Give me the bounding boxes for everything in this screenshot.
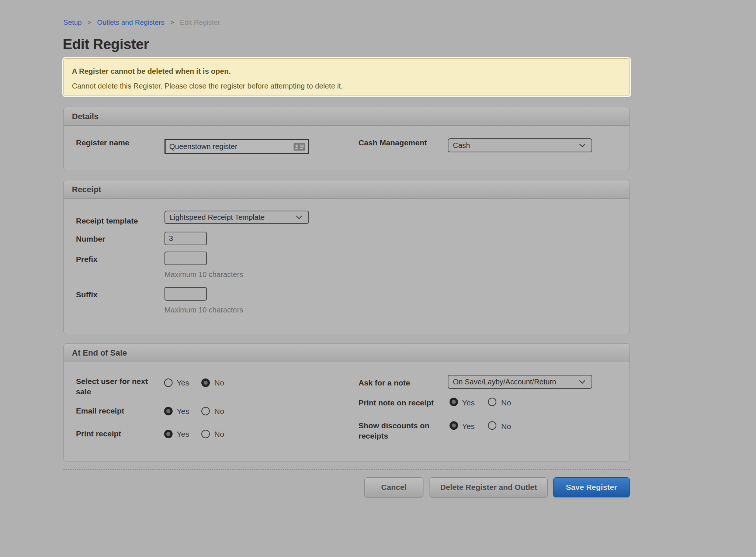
ask-note-select[interactable]: On Save/Layby/Account/Return <box>448 375 592 389</box>
cash-management-select[interactable]: Cash <box>448 138 592 152</box>
breadcrumb-separator: > <box>87 18 91 26</box>
ask-note-label: Ask for a note <box>358 378 410 388</box>
warning-title: A Register cannot be deleted when it is … <box>72 67 230 76</box>
receipt-suffix-input[interactable] <box>164 287 207 301</box>
details-column-divider <box>345 126 345 170</box>
show-discounts-label: Show discounts on receipts <box>358 421 445 441</box>
show-discounts-yes-radio[interactable] <box>450 421 458 430</box>
print-note-yes-radio[interactable] <box>450 398 458 406</box>
select-user-yes-radio[interactable] <box>164 378 173 387</box>
end-of-sale-section: At End of Sale Select user for next sale… <box>63 343 630 461</box>
receipt-number-input[interactable] <box>164 232 207 245</box>
receipt-section-header: Receipt <box>64 180 630 199</box>
select-user-label: Select user for next sale <box>76 376 155 397</box>
ask-note-select-value: On Save/Layby/Account/Return <box>453 378 578 386</box>
print-receipt-no-label: No <box>214 430 224 439</box>
print-receipt-yes-label: Yes <box>177 430 189 439</box>
delete-register-and-outlet-button[interactable]: Delete Register and Outlet <box>430 477 548 497</box>
receipt-number-label: Number <box>76 234 105 244</box>
show-discounts-no-radio[interactable] <box>488 421 496 430</box>
receipt-suffix-label: Suffix <box>76 290 97 300</box>
receipt-template-select-value: Lightspeed Receipt Template <box>170 213 294 222</box>
print-receipt-yes-radio[interactable] <box>164 430 173 438</box>
email-receipt-yes-label: Yes <box>177 407 189 416</box>
receipt-section: Receipt Receipt template Lightspeed Rece… <box>63 180 630 334</box>
footer-divider <box>63 469 630 470</box>
select-user-yes-label: Yes <box>177 378 189 387</box>
contact-card-icon <box>293 142 306 153</box>
details-section-header: Details <box>64 107 630 126</box>
chevron-down-icon <box>578 377 587 387</box>
email-receipt-no-label: No <box>214 407 224 416</box>
save-register-button[interactable]: Save Register <box>553 477 630 497</box>
prefix-hint: Maximum 10 characters <box>164 270 243 279</box>
warning-message: Cannot delete this Register. Please clos… <box>72 82 343 90</box>
register-name-input[interactable] <box>164 139 309 154</box>
show-discounts-no-label: No <box>501 422 511 431</box>
page-title: Edit Register <box>63 36 149 52</box>
cash-management-select-value: Cash <box>453 141 578 150</box>
details-section: Details Register name Cash Management Ca… <box>63 107 630 170</box>
receipt-template-select[interactable]: Lightspeed Receipt Template <box>164 211 309 224</box>
breadcrumb: Setup > Outlets and Registers > Edit Reg… <box>63 18 220 27</box>
suffix-hint: Maximum 10 characters <box>164 306 243 314</box>
print-note-label: Print note on receipt <box>358 398 434 408</box>
end-of-sale-section-header: At End of Sale <box>64 344 630 362</box>
cash-management-label: Cash Management <box>358 138 427 148</box>
print-note-yes-label: Yes <box>462 398 475 407</box>
email-receipt-no-radio[interactable] <box>201 407 210 415</box>
print-receipt-no-radio[interactable] <box>201 430 210 438</box>
receipt-prefix-input[interactable] <box>164 252 207 265</box>
end-of-sale-column-divider <box>345 362 345 461</box>
select-user-no-radio[interactable] <box>201 378 210 387</box>
register-name-label: Register name <box>76 138 129 148</box>
print-receipt-label: Print receipt <box>76 429 121 439</box>
print-note-no-radio[interactable] <box>488 398 496 406</box>
receipt-prefix-label: Prefix <box>76 254 97 264</box>
show-discounts-yes-label: Yes <box>462 422 475 431</box>
chevron-down-icon <box>578 141 587 150</box>
print-note-no-label: No <box>501 398 511 407</box>
chevron-down-icon <box>294 212 304 222</box>
breadcrumb-outlets-registers-link[interactable]: Outlets and Registers <box>97 18 164 26</box>
email-receipt-yes-radio[interactable] <box>164 407 173 415</box>
receipt-template-label: Receipt template <box>76 216 138 226</box>
breadcrumb-current: Edit Register <box>180 18 220 26</box>
breadcrumb-setup-link[interactable]: Setup <box>63 18 82 26</box>
cancel-button[interactable]: Cancel <box>364 477 423 497</box>
warning-banner: A Register cannot be deleted when it is … <box>63 58 630 96</box>
email-receipt-label: Email receipt <box>76 406 124 416</box>
select-user-no-label: No <box>214 378 224 387</box>
breadcrumb-separator: > <box>170 18 174 26</box>
